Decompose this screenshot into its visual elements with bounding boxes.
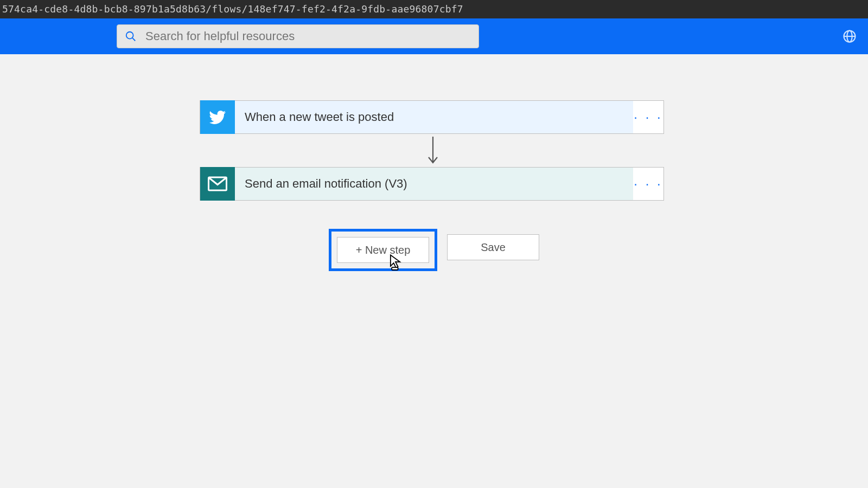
svg-line-1 (132, 38, 135, 41)
action-title: Send an email notification (V3) (235, 168, 633, 200)
environment-icon[interactable] (842, 29, 857, 44)
save-button[interactable]: Save (447, 234, 539, 260)
mail-icon (200, 167, 235, 201)
app-header (0, 18, 868, 54)
search-box[interactable] (117, 24, 479, 48)
action-card[interactable]: Send an email notification (V3) · · · (200, 167, 664, 201)
flow-arrow-icon[interactable] (426, 136, 439, 166)
browser-url[interactable]: 574ca4-cde8-4d8b-bcb8-897b1a5d8b63/flows… (0, 0, 868, 18)
twitter-icon (200, 100, 235, 134)
new-step-highlight: + New step (329, 229, 437, 271)
flow-canvas[interactable]: When a new tweet is posted · · · Send an… (0, 54, 868, 488)
search-input[interactable] (145, 29, 471, 43)
button-row: + New step Save (0, 229, 868, 271)
action-more-button[interactable]: · · · (633, 168, 663, 200)
trigger-more-button[interactable]: · · · (633, 101, 663, 133)
trigger-card[interactable]: When a new tweet is posted · · · (200, 100, 664, 134)
ellipsis-icon: · · · (634, 176, 662, 191)
search-icon (125, 30, 137, 42)
ellipsis-icon: · · · (634, 110, 662, 125)
trigger-title: When a new tweet is posted (235, 101, 633, 133)
svg-point-0 (126, 32, 133, 39)
new-step-button[interactable]: + New step (337, 237, 429, 263)
